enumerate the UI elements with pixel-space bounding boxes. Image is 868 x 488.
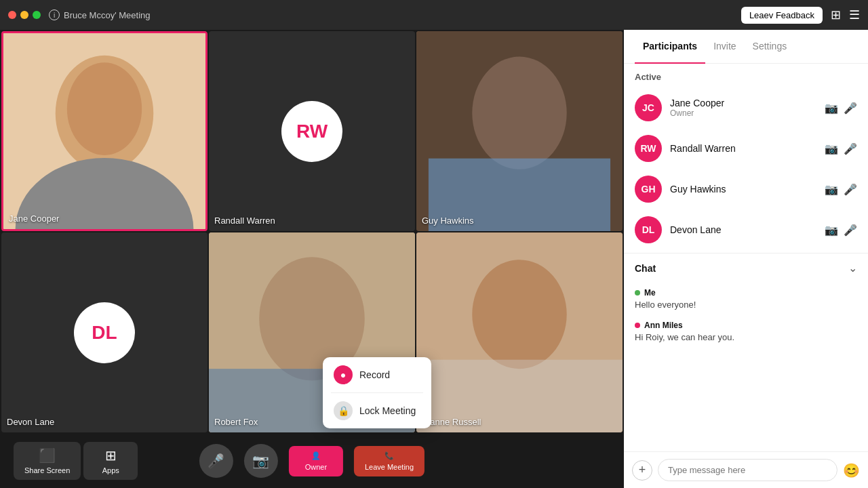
avatar-devon: DL	[74, 302, 135, 363]
fullscreen-dot[interactable]	[33, 11, 41, 19]
tab-invite[interactable]: Invite	[705, 30, 744, 64]
tab-participants[interactable]: Participants	[635, 30, 705, 64]
camera-button[interactable]: 📷	[244, 444, 278, 478]
chat-header[interactable]: Chat ⌄	[624, 253, 868, 283]
info-icon[interactable]: i	[49, 9, 60, 20]
chat-text-1: Hi Roiy, we can hear you.	[635, 331, 857, 344]
cam-icon-guy: 📷	[825, 183, 838, 196]
avatar-sidebar-devon: DL	[635, 216, 662, 243]
participant-label-jane: Jane Cooper	[9, 214, 59, 224]
video-cell-devon-lane[interactable]: DL Devon Lane	[1, 232, 208, 432]
window-controls	[8, 11, 41, 19]
share-screen-icon: ⬛	[39, 447, 56, 464]
participant-name-randall: Randall Warren	[670, 143, 816, 154]
share-screen-button[interactable]: ⬛ Share Screen	[14, 442, 81, 480]
participant-item-randall: RW Randall Warren 📷 🎤	[632, 128, 860, 169]
sidebar: Participants Invite Settings Active JC J…	[624, 30, 868, 488]
share-screen-label: Share Screen	[24, 466, 70, 474]
chat-sender-0: Me	[635, 288, 857, 298]
chat-text-0: Hello everyone!	[635, 299, 857, 311]
mic-icon-jane: 🎤	[844, 102, 857, 115]
apps-button[interactable]: ⊞ Apps	[83, 442, 138, 480]
main-content: Jane Cooper RW Randall Warren Guy	[0, 30, 868, 488]
chat-chevron-icon: ⌄	[848, 262, 857, 274]
svg-point-3	[67, 62, 142, 155]
avatar-jane: JC	[635, 94, 662, 121]
video-cell-jane-cooper[interactable]: Jane Cooper	[1, 31, 208, 231]
video-area: Jane Cooper RW Randall Warren Guy	[0, 30, 624, 488]
leave-feedback-button[interactable]: Leaev Feadback	[741, 7, 823, 24]
bottom-left-controls: ⬛ Share Screen ⊞ Apps	[14, 442, 138, 480]
participant-list: JC Jane Cooper Owner 📷 🎤 RW Randall Warr…	[624, 87, 868, 250]
tab-settings[interactable]: Settings	[745, 30, 795, 64]
leave-icon: 📞	[384, 451, 394, 460]
owner-icon: 👤	[311, 451, 321, 460]
owner-button[interactable]: 👤 Owner	[289, 446, 343, 476]
active-section-title: Active	[624, 64, 868, 87]
chat-message-1: Ann Miles Hi Roiy, we can hear you.	[635, 321, 857, 344]
microphone-button[interactable]: 🎤	[199, 444, 233, 478]
menu-icon[interactable]: ☰	[849, 7, 860, 22]
video-cell-dianne-russell[interactable]: Dianne Russell	[416, 232, 623, 432]
camera-icon: 📷	[252, 453, 269, 469]
apps-label: Apps	[102, 466, 119, 474]
participant-label-randall: Randall Warren	[214, 216, 275, 226]
video-grid: Jane Cooper RW Randall Warren Guy	[0, 30, 624, 434]
chat-input[interactable]	[658, 459, 837, 481]
titlebar: i Bruce Mccoy' Meeting Leaev Feadback ⊞ …	[0, 0, 868, 30]
minimize-dot[interactable]	[20, 11, 28, 19]
video-cell-guy-hawkins[interactable]: Guy Hawkins	[416, 31, 623, 231]
chat-messages: Me Hello everyone! Ann Miles Hi Roiy, we…	[624, 283, 868, 359]
participant-info-devon: Devon Lane	[670, 224, 816, 235]
participant-info-randall: Randall Warren	[670, 143, 816, 154]
leave-meeting-button[interactable]: 📞 Leave Meeting	[354, 446, 425, 476]
apps-icon: ⊞	[105, 447, 117, 464]
participant-info-guy: Guy Hawkins	[670, 184, 816, 195]
chat-message-0: Me Hello everyone!	[635, 288, 857, 311]
popup-record-item[interactable]: ● Record	[323, 357, 431, 392]
participant-label-devon: Devon Lane	[7, 417, 54, 427]
svg-point-11	[472, 260, 566, 369]
participant-item-devon: DL Devon Lane 📷 🎤	[632, 209, 860, 250]
participant-icons-randall: 📷 🎤	[825, 142, 857, 155]
participant-label-guy: Guy Hawkins	[422, 216, 474, 226]
record-icon: ●	[334, 365, 353, 384]
cam-icon-devon: 📷	[825, 224, 838, 237]
leave-label: Leave Meeting	[365, 463, 414, 471]
svg-point-5	[472, 57, 566, 169]
avatar-sidebar-randall: RW	[635, 135, 662, 162]
bottom-center-controls: 🎤 📷 👤 Owner 📞 Leave Meeting	[199, 444, 425, 478]
participant-role-jane: Owner	[670, 108, 816, 118]
sender-dot-ann	[635, 323, 640, 328]
bottom-bar: ⬛ Share Screen ⊞ Apps 🎤 📷 👤 Owner	[0, 434, 624, 488]
chat-add-button[interactable]: +	[632, 460, 652, 481]
owner-label: Owner	[305, 463, 327, 471]
lock-meeting-label: Lock Meeting	[359, 405, 416, 416]
chat-input-area: + 😊	[624, 451, 868, 488]
mic-icon-guy: 🎤	[844, 183, 857, 196]
participant-item-jane: JC Jane Cooper Owner 📷 🎤	[632, 87, 860, 128]
popup-lock-item[interactable]: 🔒 Lock Meeting	[323, 393, 431, 428]
sender-dot-me	[635, 290, 640, 296]
participant-icons-jane: 📷 🎤	[825, 102, 857, 115]
participant-item-guy: GH Guy Hawkins 📷 🎤	[632, 169, 860, 209]
video-cell-randall-warren[interactable]: RW Randall Warren	[209, 31, 415, 231]
avatar-randall: RW	[281, 101, 342, 162]
avatar-sidebar-guy: GH	[635, 176, 662, 203]
participant-icons-guy: 📷 🎤	[825, 183, 857, 196]
participant-name-guy: Guy Hawkins	[670, 184, 816, 195]
chat-title: Chat	[635, 263, 848, 274]
titlebar-right: Leaev Feadback ⊞ ☰	[741, 7, 860, 24]
participant-icons-devon: 📷 🎤	[825, 224, 857, 237]
chat-section: Chat ⌄ Me Hello everyone! Ann Miles	[624, 253, 868, 359]
cam-icon-jane: 📷	[825, 102, 838, 115]
meeting-title-area: i Bruce Mccoy' Meeting	[49, 9, 150, 20]
close-dot[interactable]	[8, 11, 16, 19]
emoji-button[interactable]: 😊	[843, 462, 860, 479]
participant-name-jane: Jane Cooper	[670, 98, 816, 108]
popup-menu: ● Record 🔒 Lock Meeting	[323, 357, 431, 428]
sidebar-tabs: Participants Invite Settings	[624, 30, 868, 64]
participant-label-robert: Robert Fox	[214, 417, 258, 427]
layout-icon[interactable]: ⊞	[831, 7, 841, 22]
participant-info-jane: Jane Cooper Owner	[670, 98, 816, 118]
